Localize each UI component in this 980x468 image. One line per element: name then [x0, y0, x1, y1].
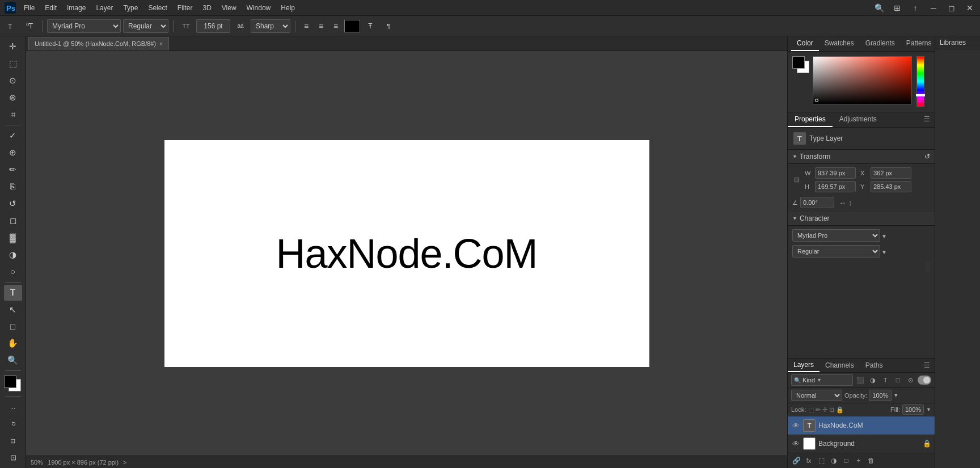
- menu-edit[interactable]: Edit: [40, 3, 61, 13]
- color-hue-bar[interactable]: [916, 56, 924, 107]
- eraser-tool[interactable]: ◻: [4, 213, 22, 229]
- menu-3d[interactable]: 3D: [198, 3, 216, 13]
- delete-layer-button[interactable]: 🗑: [866, 456, 876, 466]
- flip-v-icon[interactable]: ↕: [848, 199, 852, 207]
- align-right-button[interactable]: ≡: [330, 20, 342, 32]
- tab-properties[interactable]: Properties: [788, 112, 833, 127]
- text-color-swatch[interactable]: [344, 20, 360, 32]
- blur-tool[interactable]: ◑: [4, 247, 22, 263]
- filter-adjust-icon[interactable]: ◑: [868, 375, 878, 385]
- tab-color[interactable]: Color: [791, 36, 819, 51]
- warp-text-button[interactable]: Ŧ: [362, 18, 378, 34]
- h-input[interactable]: [815, 181, 856, 192]
- tab-layers[interactable]: Layers: [788, 359, 820, 372]
- libraries-header[interactable]: Libraries: [935, 36, 980, 49]
- menu-view[interactable]: View: [217, 3, 241, 13]
- w-input[interactable]: [815, 167, 856, 179]
- shape-tool[interactable]: □: [4, 319, 22, 335]
- search-button[interactable]: 🔍: [871, 0, 887, 16]
- tab-channels[interactable]: Channels: [820, 359, 860, 372]
- opacity-arrow[interactable]: ▼: [893, 393, 898, 398]
- fill-arrow[interactable]: ▼: [926, 407, 931, 412]
- link-proportional[interactable]: ⊟: [792, 167, 801, 192]
- restore-button[interactable]: ◻: [944, 0, 960, 16]
- type-tool[interactable]: T: [4, 285, 22, 301]
- minimize-button[interactable]: ─: [926, 0, 941, 16]
- foreground-color-swatch[interactable]: [4, 376, 16, 388]
- y-input[interactable]: [871, 181, 911, 192]
- zoom-in-btn[interactable]: ⊡: [4, 450, 22, 466]
- tab-close-button[interactable]: ×: [159, 41, 163, 47]
- share-button[interactable]: ↑: [907, 0, 923, 16]
- align-left-button[interactable]: ≡: [300, 20, 312, 32]
- angle-input[interactable]: [800, 197, 834, 208]
- align-center-button[interactable]: ≡: [315, 20, 327, 32]
- layer-visibility-haxnode[interactable]: 👁: [791, 421, 800, 430]
- character-panel-button[interactable]: ¶: [381, 18, 396, 34]
- fx-button[interactable]: fx: [804, 456, 814, 466]
- document-canvas[interactable]: HaxNode.CoM: [164, 140, 649, 367]
- filter-toggle[interactable]: [918, 376, 931, 385]
- fg-color-box[interactable]: [792, 56, 805, 69]
- menu-layer[interactable]: Layer: [91, 3, 117, 13]
- filter-type-icon[interactable]: T: [880, 375, 890, 385]
- new-layer-button[interactable]: +: [854, 456, 864, 466]
- path-select-tool[interactable]: ↖: [4, 302, 22, 318]
- filter-pixel-icon[interactable]: ⬛: [855, 375, 865, 385]
- rotate-tool[interactable]: ⟲: [1, 412, 24, 436]
- menu-file[interactable]: File: [19, 3, 39, 13]
- tab-adjustments[interactable]: Adjustments: [833, 112, 884, 127]
- tab-patterns[interactable]: Patterns: [901, 36, 937, 51]
- font-style-dropdown[interactable]: Regular: [123, 19, 168, 33]
- layer-visibility-background[interactable]: 👁: [791, 439, 800, 448]
- tab-gradients[interactable]: Gradients: [860, 36, 901, 51]
- healing-tool[interactable]: ⊕: [4, 145, 22, 161]
- layer-item-haxnode[interactable]: 👁 T HaxNode.CoM: [788, 416, 935, 435]
- properties-menu-icon[interactable]: ☰: [919, 112, 935, 127]
- color-spectrum[interactable]: [813, 56, 912, 104]
- selection-tool[interactable]: ⬚: [4, 56, 22, 71]
- history-brush-tool[interactable]: ↺: [4, 196, 22, 212]
- lasso-tool[interactable]: ⊙: [4, 73, 22, 88]
- character-section-header[interactable]: ▼ Character: [788, 212, 935, 226]
- font-size-input[interactable]: [196, 19, 230, 33]
- add-mask-button[interactable]: ⬚: [816, 456, 826, 466]
- status-arrow[interactable]: >: [123, 459, 126, 466]
- document-tab[interactable]: Untitled-1 @ 50% (HaxNode.CoM, RGB/8#) ×: [28, 37, 169, 50]
- artboard-tool[interactable]: ⊡: [4, 433, 22, 449]
- text-orientation-button[interactable]: ⁰T: [22, 18, 37, 34]
- menu-type[interactable]: Type: [119, 3, 142, 13]
- transform-section-header[interactable]: ▼ Transform ↺: [788, 150, 935, 164]
- filter-smart-icon[interactable]: ⊙: [905, 375, 915, 385]
- opacity-input[interactable]: [869, 390, 892, 401]
- tab-paths[interactable]: Paths: [860, 359, 889, 372]
- move-tool[interactable]: ✛: [4, 39, 22, 54]
- blend-mode-select[interactable]: Normal: [791, 390, 842, 401]
- character-style-dropdown[interactable]: Regular: [792, 245, 880, 258]
- lock-artboard-icon[interactable]: ⊡: [829, 406, 834, 414]
- brush-tool[interactable]: ✏: [4, 162, 22, 178]
- menu-select[interactable]: Select: [143, 3, 171, 13]
- filter-shape-icon[interactable]: □: [893, 375, 903, 385]
- menu-filter[interactable]: Filter: [173, 3, 197, 13]
- anti-alias-dropdown[interactable]: Sharp: [251, 19, 290, 33]
- transform-reset-icon[interactable]: ↺: [924, 153, 930, 161]
- x-input[interactable]: [871, 167, 911, 179]
- font-family-dropdown[interactable]: Myriad Pro: [47, 19, 121, 33]
- menu-window[interactable]: Window: [242, 3, 276, 13]
- layers-menu-icon[interactable]: ☰: [919, 359, 935, 372]
- tab-swatches[interactable]: Swatches: [819, 36, 860, 51]
- flip-h-icon[interactable]: ↔: [839, 199, 846, 207]
- eyedropper-tool[interactable]: ✓: [4, 128, 22, 144]
- close-button[interactable]: ✕: [962, 0, 978, 16]
- crop-tool[interactable]: ⌗: [4, 107, 22, 123]
- move-tool-options[interactable]: T: [3, 18, 19, 34]
- stamp-tool[interactable]: ⎘: [4, 179, 22, 195]
- zoom-tool[interactable]: 🔍: [4, 352, 22, 368]
- hand-tool[interactable]: ✋: [4, 335, 22, 351]
- quick-select-tool[interactable]: ⊛: [4, 90, 22, 106]
- filter-dropdown-arrow[interactable]: ▼: [817, 377, 822, 383]
- lock-paint-icon[interactable]: ✏: [816, 406, 821, 414]
- menu-help[interactable]: Help: [276, 3, 299, 13]
- fill-input[interactable]: [902, 404, 924, 415]
